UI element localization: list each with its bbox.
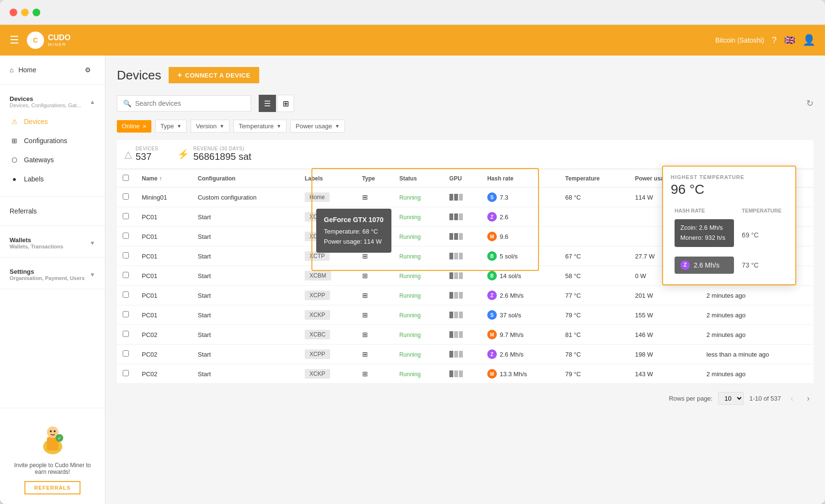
col-labels: Labels [299, 170, 356, 188]
row-checkbox[interactable] [123, 272, 129, 278]
row-config: Start [192, 286, 299, 305]
filter-power-label: Power usage [296, 123, 332, 130]
toolbar: 🔍 ☰ ⊞ ↻ [117, 95, 814, 112]
row-status: Running [393, 286, 443, 305]
row-name: PC02 [136, 345, 192, 364]
row-temp: 79 °C [560, 305, 630, 325]
row-checkbox[interactable] [123, 370, 129, 376]
row-config: Start [192, 325, 299, 345]
row-hashrate: Z 2.6 Mh/s [481, 345, 560, 364]
windows-icon: ⊞ [362, 350, 368, 358]
row-checkbox[interactable] [123, 193, 129, 200]
gpu-seg [459, 194, 463, 201]
row-checkbox[interactable] [123, 233, 129, 239]
sidebar-item-home[interactable]: ⌂ Home ⚙ [0, 56, 105, 85]
row-checkbox[interactable] [123, 350, 129, 357]
rows-per-page-label: Rows per page: [669, 395, 712, 402]
row-config: Start [192, 246, 299, 266]
filter-online[interactable]: Online × [117, 120, 151, 133]
row-hashrate: Z 2.6 [481, 207, 560, 227]
temp-card-value: 96 °C [671, 182, 788, 197]
row-status: Running [393, 227, 443, 246]
language-flag[interactable]: 🇬🇧 [784, 35, 795, 45]
user-avatar[interactable]: 👤 [802, 34, 815, 46]
hash-icon: M [487, 369, 497, 379]
sidebar-item-referrals[interactable]: Referrals [0, 202, 105, 220]
labels-icon: ● [10, 174, 19, 184]
refresh-button[interactable]: ↻ [806, 98, 814, 109]
filter-type-arrow: ▼ [177, 123, 182, 129]
tooltip-temp: Temperature: 68 °C [324, 227, 384, 237]
filter-version-arrow: ▼ [219, 123, 224, 129]
select-all-checkbox[interactable] [123, 175, 129, 181]
referrals-button[interactable]: REFERRALS [24, 481, 80, 494]
filter-version[interactable]: Version ▼ [191, 120, 229, 133]
row-type: ⊞ [356, 325, 394, 345]
row-status: Running [393, 305, 443, 325]
sidebar-settings-btn[interactable]: ⚙ [80, 62, 95, 78]
rows-per-page-select[interactable]: 10 20 50 [718, 392, 744, 405]
gpu-bar [449, 213, 476, 220]
gpu-seg [449, 253, 453, 259]
gpu-seg [449, 351, 453, 358]
gpu-seg [454, 370, 458, 377]
filters-bar: Online × Type ▼ Version ▼ Temperature ▼ [117, 120, 814, 133]
row-status: Running [393, 188, 443, 207]
devices-stat-label: DEVICES [136, 146, 158, 151]
hash-icon: Z [487, 291, 497, 300]
temp-row1-hash: Zcoin: 2.6 Mh/s Monero: 932 h/s [675, 219, 734, 247]
sidebar-item-configurations[interactable]: ⊞ Configurations [0, 131, 105, 150]
row-config: Start [192, 345, 299, 364]
row-lastseen: less than a minute ago [701, 345, 814, 364]
gpu-seg [459, 292, 463, 299]
maximize-button[interactable] [33, 9, 40, 16]
hamburger-menu[interactable]: ☰ [10, 34, 19, 46]
filter-temperature[interactable]: Temperature ▼ [233, 120, 286, 133]
row-gpu [444, 364, 481, 384]
filter-online-remove[interactable]: × [143, 123, 147, 130]
minimize-button[interactable] [21, 9, 29, 16]
label-chip: XCKP [305, 369, 330, 379]
row-label: XCPP [299, 286, 356, 305]
sidebar-item-gateways[interactable]: ⬡ Gateways [0, 150, 105, 169]
gpu-seg [449, 370, 453, 377]
sidebar-item-labels[interactable]: ● Labels [0, 169, 105, 189]
search-input[interactable] [135, 100, 245, 107]
temp-row1-temp: 69 °C [738, 216, 788, 254]
sidebar-settings-header[interactable]: Settings Organisation, Payment, Users ▼ [0, 263, 105, 283]
temperature-card: HIGHEST TEMPERATURE 96 °C Hash rate Temp… [662, 166, 796, 285]
col-hashrate: Hash rate [481, 170, 560, 188]
sidebar-item-labels-label: Labels [24, 175, 44, 183]
stat-devices: △ DEVICES 537 [125, 146, 158, 162]
label-chip: XCBM [305, 271, 331, 280]
row-gpu [444, 207, 481, 227]
prev-page-button[interactable]: ‹ [787, 392, 797, 405]
row-checkbox[interactable] [123, 331, 129, 337]
sidebar-item-devices[interactable]: ⚠ Devices [0, 112, 105, 131]
app-body: ⌂ Home ⚙ Devices Devices, Configurations… [0, 56, 825, 504]
row-checkbox[interactable] [123, 311, 129, 317]
row-hashrate: M 9.6 [481, 227, 560, 246]
gpu-seg [449, 233, 453, 240]
gpu-bar [449, 194, 476, 201]
sidebar-group-header[interactable]: Devices Devices, Configurations, Gat... … [0, 90, 105, 110]
row-checkbox[interactable] [123, 291, 129, 298]
top-navbar: ☰ C CUDO MINER Bitcoin (Satoshi) ? 🇬🇧 👤 [0, 25, 825, 56]
row-checkbox[interactable] [123, 213, 129, 219]
filter-type[interactable]: Type ▼ [155, 120, 187, 133]
connect-device-button[interactable]: + CONNECT A DEVICE [169, 67, 259, 83]
label-chip: XCTP [305, 251, 330, 261]
row-checkbox[interactable] [123, 252, 129, 258]
next-page-button[interactable]: › [803, 392, 814, 405]
grid-view-button[interactable]: ⊞ [277, 95, 294, 112]
stat-revenue: ⚡ REVENUE (30 DAYS) 56861895 sat [177, 146, 251, 162]
row-config: Start [192, 227, 299, 246]
status-badge: Running [399, 253, 421, 260]
close-button[interactable] [10, 9, 17, 16]
filter-power[interactable]: Power usage ▼ [290, 120, 345, 133]
help-icon[interactable]: ? [772, 35, 777, 45]
sidebar-wallets-header[interactable]: Wallets Wallets, Transactions ▼ [0, 232, 105, 251]
row-name: PC01 [136, 207, 192, 227]
row-config: Start [192, 266, 299, 286]
list-view-button[interactable]: ☰ [259, 95, 276, 112]
